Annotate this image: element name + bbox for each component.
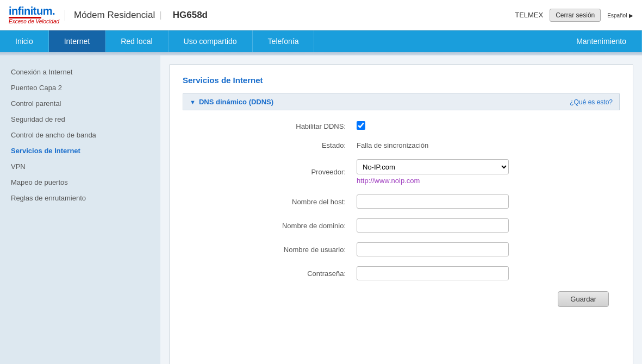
sidebar-item-puenteo[interactable]: Puenteo Capa 2 (0, 80, 160, 96)
dominio-label: Nombre de dominio: (194, 222, 357, 230)
sidebar-item-control-parental[interactable]: Control parental (0, 96, 160, 111)
header-right: TELMEX Cerrar sesión Español ▶ (515, 9, 633, 22)
sidebar: Conexión a Internet Puenteo Capa 2 Contr… (0, 55, 160, 364)
provider-link[interactable]: http://www.noip.com (357, 177, 609, 185)
nav-spacer (314, 30, 561, 52)
dominio-value (357, 218, 609, 233)
idioma-selector[interactable]: Español ▶ (607, 11, 633, 19)
que-es-esto-link[interactable]: ¿Qué es esto? (570, 98, 613, 106)
content-inner: Servicios de Internet ▼ DNS dinámico (DD… (169, 64, 633, 364)
nav-internet[interactable]: Internet (49, 30, 105, 52)
dominio-row: Nombre de dominio: (194, 218, 609, 233)
sidebar-item-mapeo-puertos[interactable]: Mapeo de puertos (0, 174, 160, 190)
usuario-input[interactable] (357, 242, 509, 256)
sidebar-item-seguridad[interactable]: Seguridad de red (0, 111, 160, 127)
navbar: Inicio Internet Red local Uso compartido… (0, 30, 642, 52)
ddns-title: DNS dinámico (DDNS) (199, 98, 273, 106)
proveedor-select[interactable]: No-IP.com DynDNS 3322.org (357, 159, 509, 174)
nav-uso-compartido[interactable]: Uso compartido (169, 30, 253, 52)
estado-row: Estado: Falla de sincronización (194, 141, 609, 149)
logo-sub-text: Exceso de Velocidad (9, 19, 59, 24)
proveedor-row: Proveedor: No-IP.com DynDNS 3322.org htt… (194, 159, 609, 185)
logo: infinitum. Exceso de Velocidad (9, 5, 59, 24)
telmex-label: TELMEX (515, 11, 543, 19)
section-title: Servicios de Internet (183, 76, 620, 85)
sidebar-item-servicios-internet[interactable]: Servicios de Internet (0, 143, 160, 159)
usuario-label: Nombre de usuario: (194, 246, 357, 254)
nav-inicio[interactable]: Inicio (0, 30, 49, 52)
nav-red-local[interactable]: Red local (105, 30, 168, 52)
host-value (357, 194, 609, 209)
estado-label: Estado: (194, 141, 357, 149)
estado-text: Falla de sincronización (357, 141, 428, 149)
proveedor-label: Proveedor: (194, 168, 357, 176)
contrasena-value (357, 266, 609, 280)
nav-mantenimiento[interactable]: Mantenimiento (561, 30, 642, 52)
contrasena-input[interactable] (357, 266, 509, 280)
host-row: Nombre del host: (194, 194, 609, 209)
header: infinitum. Exceso de Velocidad Módem Res… (0, 0, 642, 30)
sidebar-item-vpn[interactable]: VPN (0, 159, 160, 174)
habilitar-row: Habilitar DDNS: (194, 121, 609, 131)
modem-title: Módem Residencial (65, 10, 155, 21)
contrasena-row: Contraseña: (194, 266, 609, 280)
title-separator: | (159, 10, 161, 21)
sidebar-item-reglas[interactable]: Reglas de enrutamiento (0, 190, 160, 206)
usuario-row: Nombre de usuario: (194, 242, 609, 256)
usuario-value (357, 242, 609, 256)
main-layout: Conexión a Internet Puenteo Capa 2 Contr… (0, 55, 642, 364)
estado-value: Falla de sincronización (357, 141, 609, 149)
proveedor-value: No-IP.com DynDNS 3322.org http://www.noi… (357, 159, 609, 185)
sidebar-item-ancho-banda[interactable]: Control de ancho de banda (0, 127, 160, 143)
logo-main-text: infinitum. (9, 5, 59, 16)
habilitar-checkbox[interactable] (357, 121, 365, 130)
guardar-row: Guardar (194, 291, 609, 307)
content: Servicios de Internet ▼ DNS dinámico (DD… (160, 55, 642, 364)
cerrar-sesion-button[interactable]: Cerrar sesión (550, 9, 601, 22)
ddns-section-header: ▼ DNS dinámico (DDNS) ¿Qué es esto? (183, 93, 620, 110)
sidebar-item-conexion[interactable]: Conexión a Internet (0, 64, 160, 80)
habilitar-value (357, 121, 609, 131)
modem-model: HG658d (173, 10, 208, 21)
host-input[interactable] (357, 194, 509, 209)
dominio-input[interactable] (357, 218, 509, 233)
habilitar-label: Habilitar DDNS: (194, 122, 357, 130)
nav-telefonia[interactable]: Telefonía (253, 30, 315, 52)
guardar-button[interactable]: Guardar (558, 291, 609, 307)
contrasena-label: Contraseña: (194, 269, 357, 278)
ddns-collapse-arrow[interactable]: ▼ (190, 99, 196, 105)
ddns-form: Habilitar DDNS: Estado: Falla de sincron… (183, 121, 620, 307)
host-label: Nombre del host: (194, 198, 357, 206)
